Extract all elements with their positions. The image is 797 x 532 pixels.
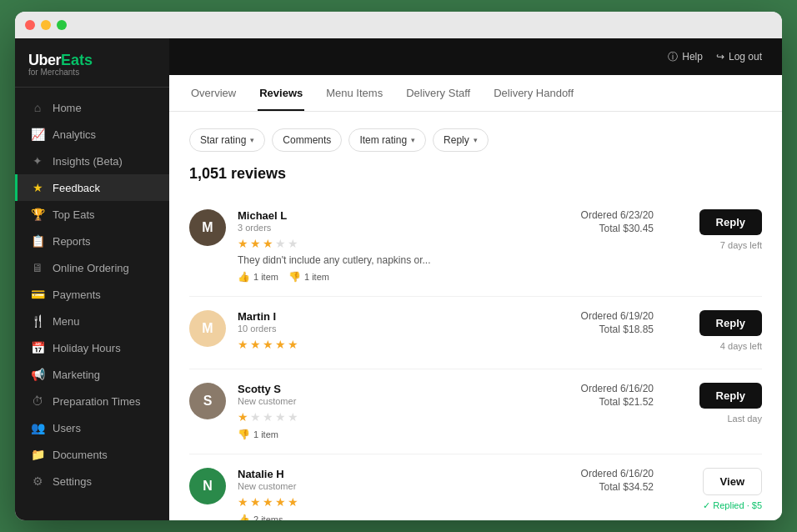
sidebar-label-home: Home — [53, 102, 82, 114]
reactions-scotty-s: 👎1 item — [238, 429, 550, 440]
star-3: ★ — [263, 410, 273, 424]
logout-button[interactable]: ↪ Log out — [716, 51, 762, 63]
reply-section-scotty-s: Reply Last day — [679, 383, 762, 424]
stars-natalie-h: ★★★★★ — [238, 495, 550, 509]
star-2: ★ — [250, 338, 261, 351]
sidebar-item-insights[interactable]: ✦Insights (Beta) — [15, 148, 169, 174]
avatar-natalie-h: N — [189, 468, 226, 504]
filter-star-rating[interactable]: Star rating▾ — [189, 128, 265, 152]
time-left-martin-i: 4 days left — [720, 341, 762, 351]
analytics-icon: 📈 — [31, 128, 44, 141]
review-list: M Michael L 3 orders ★★★★★ They didn't i… — [189, 196, 762, 520]
holiday-hours-icon: 📅 — [31, 341, 44, 354]
reviewer-name-natalie-h: Natalie H — [238, 468, 550, 480]
star-5: ★ — [288, 338, 298, 351]
order-info-martin-i: Ordered 6/19/20 Total $18.85 — [562, 310, 654, 335]
filter-reply[interactable]: Reply▾ — [433, 128, 489, 152]
sidebar-label-settings: Settings — [53, 475, 92, 488]
thumbdown-icon: 👎 — [288, 271, 301, 283]
sidebar-label-reports: Reports — [53, 235, 91, 248]
sidebar-item-marketing[interactable]: 📢Marketing — [15, 361, 169, 388]
filter-item-rating[interactable]: Item rating▾ — [348, 128, 426, 152]
minimize-dot[interactable] — [41, 20, 51, 30]
chevron-reply-icon: ▾ — [474, 136, 478, 144]
sidebar-item-online-ordering[interactable]: 🖥Online Ordering — [15, 254, 169, 281]
chevron-item-rating-icon: ▾ — [411, 136, 415, 144]
marketing-icon: 📢 — [31, 368, 44, 381]
reply-button-michael-l[interactable]: Reply — [699, 209, 762, 235]
reply-section-michael-l: Reply 7 days left — [679, 209, 762, 250]
star-3: ★ — [263, 495, 273, 509]
tab-delivery-handoff[interactable]: Delivery Handoff — [492, 75, 575, 111]
star-4: ★ — [275, 237, 286, 250]
close-dot[interactable] — [25, 20, 35, 30]
reply-button-scotty-s[interactable]: Reply — [699, 383, 762, 409]
review-item-michael-l: M Michael L 3 orders ★★★★★ They didn't i… — [189, 196, 762, 297]
sidebar-item-payments[interactable]: 💳Payments — [15, 281, 169, 308]
logout-icon: ↪ — [716, 51, 724, 63]
sidebar-item-documents[interactable]: 📁Documents — [15, 441, 169, 468]
order-info-michael-l: Ordered 6/23/20 Total $30.45 — [562, 209, 654, 234]
reply-button-natalie-h[interactable]: View — [703, 468, 762, 495]
order-date-scotty-s: Ordered 6/16/20 — [562, 383, 654, 394]
filter-row: Star rating▾CommentsItem rating▾Reply▾ — [189, 128, 762, 152]
review-body-scotty-s: Scotty S New customer ★★★★★ 👎1 item — [238, 383, 550, 440]
sidebar-item-menu[interactable]: 🍴Menu — [15, 308, 169, 334]
reply-button-martin-i[interactable]: Reply — [699, 310, 762, 336]
settings-icon: ⚙ — [31, 474, 44, 488]
time-left-michael-l: 7 days left — [720, 240, 762, 250]
order-total-natalie-h: Total $34.52 — [562, 481, 654, 493]
star-4: ★ — [275, 338, 286, 351]
star-5: ★ — [288, 237, 298, 250]
star-4: ★ — [275, 410, 286, 424]
thumbdown-count: 1 item — [304, 272, 329, 282]
thumbup-count: 1 item — [253, 272, 278, 282]
sidebar-item-users[interactable]: 👥Users — [15, 414, 169, 441]
sidebar-item-reports[interactable]: 📋Reports — [15, 228, 169, 254]
sidebar-item-top-eats[interactable]: 🏆Top Eats — [15, 201, 169, 228]
order-date-michael-l: Ordered 6/23/20 — [562, 209, 654, 221]
stars-michael-l: ★★★★★ — [238, 237, 550, 250]
payments-icon: 💳 — [31, 288, 44, 301]
sidebar-item-analytics[interactable]: 📈Analytics — [15, 121, 169, 148]
content: Star rating▾CommentsItem rating▾Reply▾ 1… — [169, 112, 782, 520]
menu-icon: 🍴 — [31, 314, 44, 328]
titlebar — [15, 12, 782, 38]
filter-label-item-rating: Item rating — [359, 134, 407, 146]
star-2: ★ — [250, 237, 261, 250]
sidebar-item-home[interactable]: ⌂Home — [15, 94, 169, 121]
thumbdown-icon: 👎 — [238, 429, 250, 440]
reviewer-orders-natalie-h: New customer — [238, 481, 550, 491]
sidebar-item-holiday-hours[interactable]: 📅Holiday Hours — [15, 334, 169, 361]
sidebar-label-payments: Payments — [53, 289, 101, 301]
sidebar-logo: UberEats for Merchants — [15, 38, 169, 88]
tab-reviews[interactable]: Reviews — [258, 75, 304, 111]
users-icon: 👥 — [31, 421, 44, 434]
tab-overview[interactable]: Overview — [189, 75, 238, 111]
logo-uber: Uber — [28, 52, 61, 68]
sidebar-item-settings[interactable]: ⚙Settings — [15, 468, 169, 494]
sidebar-item-preparation[interactable]: ⏱Preparation Times — [15, 388, 169, 414]
star-3: ★ — [263, 338, 273, 351]
expand-dot[interactable] — [57, 20, 67, 30]
star-1: ★ — [238, 338, 248, 351]
help-button[interactable]: ⓘ Help — [668, 50, 703, 64]
order-date-natalie-h: Ordered 6/16/20 — [562, 468, 654, 479]
filter-comments[interactable]: Comments — [272, 128, 342, 152]
sidebar-item-feedback[interactable]: ★Feedback — [15, 174, 169, 201]
order-total-scotty-s: Total $21.52 — [562, 396, 654, 408]
order-total-martin-i: Total $18.85 — [562, 324, 654, 335]
thumbdown-count: 1 item — [253, 429, 278, 439]
star-2: ★ — [250, 410, 261, 424]
help-icon: ⓘ — [668, 50, 678, 64]
main-area: ⓘ Help ↪ Log out OverviewReviewsMenu Ite… — [169, 38, 782, 520]
avatar-michael-l: M — [189, 209, 226, 246]
tab-delivery-staff[interactable]: Delivery Staff — [404, 75, 472, 111]
order-info-scotty-s: Ordered 6/16/20 Total $21.52 — [562, 383, 654, 408]
home-icon: ⌂ — [31, 101, 44, 114]
tab-menu-items[interactable]: Menu Items — [324, 75, 384, 111]
logo-merchant: for Merchants — [28, 68, 156, 77]
filter-label-reply: Reply — [444, 134, 469, 146]
sidebar-label-marketing: Marketing — [53, 369, 100, 381]
top-eats-icon: 🏆 — [31, 208, 44, 221]
